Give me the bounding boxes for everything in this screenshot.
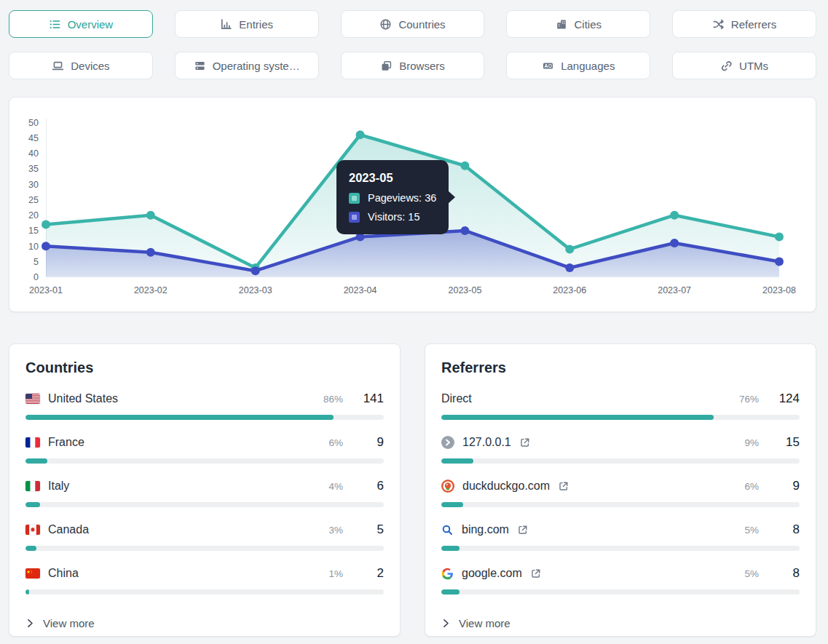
external-link-icon[interactable] <box>520 437 530 448</box>
tab-label: Devices <box>71 60 109 72</box>
tooltip-visitors-text: Visitors: 15 <box>368 211 419 223</box>
external-link-icon[interactable] <box>518 525 528 535</box>
pageviews-point <box>775 232 784 241</box>
referrers-list: Direct 76% 124 127.0.0.1 <box>441 390 800 595</box>
referrer-value: 8 <box>776 522 800 537</box>
tab-referrers[interactable]: Referrers <box>672 10 816 38</box>
stats-tab-bar: Overview Entries Countries Cities Referr <box>0 0 828 79</box>
x-tick-label: 2023-02 <box>134 285 167 295</box>
x-tick-label: 2023-07 <box>658 285 691 295</box>
tab-cities[interactable]: Cities <box>506 10 650 38</box>
visitors-point <box>146 248 155 257</box>
progress-track <box>441 502 800 507</box>
chevron-right-icon <box>443 619 449 628</box>
referrer-name: duckduckgo.com <box>462 480 550 493</box>
tab-label: Cities <box>575 18 602 31</box>
countries-list: United States 86% 141 France 6% 9 <box>25 390 384 595</box>
tab-entries[interactable]: Entries <box>175 10 319 38</box>
progress-track <box>25 546 384 551</box>
progress-track <box>25 502 384 507</box>
pageviews-swatch-icon <box>349 193 360 204</box>
referrer-row-google: google.com 5% 8 <box>441 565 800 595</box>
progress-fill <box>25 415 334 420</box>
tab-browsers[interactable]: Browsers <box>341 52 485 79</box>
referrer-value: 9 <box>776 479 800 493</box>
tab-label: Entries <box>239 18 273 31</box>
country-percent: 1% <box>328 568 352 579</box>
buildings-icon <box>556 18 568 31</box>
referrer-value: 124 <box>776 391 800 406</box>
y-tick-label: 20 <box>28 210 39 220</box>
country-name: Canada <box>48 523 89 536</box>
tab-languages[interactable]: A Languages <box>506 52 650 79</box>
x-tick-label: 2023-01 <box>29 285 63 295</box>
referrer-value: 15 <box>776 435 800 450</box>
tooltip-arrow <box>448 191 455 204</box>
visitors-point <box>775 257 784 266</box>
country-row-united-states: United States 86% 141 <box>25 390 384 420</box>
tab-label: UTMs <box>739 60 768 72</box>
external-link-icon[interactable] <box>531 568 541 579</box>
y-tick-label: 45 <box>28 133 39 143</box>
referrers-card: Referrers Direct 76% 124 127.0. <box>425 343 816 637</box>
visitors-swatch-icon <box>349 212 360 223</box>
us-flag-icon <box>25 394 40 404</box>
countries-view-more-button[interactable]: View more <box>25 613 96 634</box>
country-value: 5 <box>360 522 384 537</box>
country-value: 9 <box>360 435 384 450</box>
server-icon <box>194 60 206 72</box>
bing-icon <box>441 524 454 536</box>
country-value: 141 <box>360 391 384 406</box>
tooltip-row-visitors: Visitors: 15 <box>349 211 436 223</box>
shuffle-icon <box>712 18 725 31</box>
view-more-label: View more <box>459 617 510 629</box>
country-row-italy: Italy 4% 6 <box>25 477 384 507</box>
progress-fill <box>25 458 47 464</box>
country-name: United States <box>48 392 118 405</box>
country-percent: 4% <box>328 481 352 492</box>
visitors-point <box>42 242 50 250</box>
tab-label: Countries <box>398 18 445 31</box>
y-tick-label: 25 <box>28 195 39 205</box>
globe-icon <box>379 18 392 31</box>
x-tick-label: 2023-04 <box>344 285 377 295</box>
progress-fill <box>441 502 463 507</box>
referrer-percent: 6% <box>744 481 768 492</box>
y-tick-label: 30 <box>28 180 39 190</box>
tab-label: Referrers <box>731 18 777 31</box>
china-flag-icon <box>25 568 40 579</box>
progress-fill <box>441 546 460 551</box>
country-name: Italy <box>48 480 69 493</box>
y-tick-label: 15 <box>28 226 39 236</box>
y-tick-label: 5 <box>33 257 39 267</box>
visitors-point <box>460 226 469 235</box>
visitors-point <box>670 239 679 247</box>
progress-fill <box>441 458 473 464</box>
referrer-name: google.com <box>462 567 522 580</box>
countries-card-title: Countries <box>25 359 384 376</box>
progress-track <box>25 589 384 595</box>
country-value: 6 <box>360 479 384 493</box>
tab-operating-systems[interactable]: Operating syste… <box>175 52 319 79</box>
referrers-view-more-button[interactable]: View more <box>441 613 512 634</box>
tab-label: Browsers <box>399 60 445 72</box>
external-link-icon[interactable] <box>559 481 569 491</box>
country-row-canada: Canada 3% 5 <box>25 521 384 551</box>
analytics-dashboard: Overview Entries Countries Cities Referr <box>0 0 828 637</box>
referrer-percent: 5% <box>744 525 768 536</box>
tab-utms[interactable]: UTMs <box>672 52 816 79</box>
tab-overview[interactable]: Overview <box>9 10 153 38</box>
y-tick-label: 40 <box>28 148 39 159</box>
visitors-point <box>565 263 574 272</box>
country-value: 2 <box>360 566 384 581</box>
referrer-name: Direct <box>441 392 472 405</box>
referrer-row-direct: Direct 76% 124 <box>441 390 800 420</box>
pageviews-point <box>146 211 155 220</box>
tab-devices[interactable]: Devices <box>9 52 153 79</box>
y-tick-label: 0 <box>33 272 39 282</box>
france-flag-icon <box>25 437 40 448</box>
tab-countries[interactable]: Countries <box>341 10 485 38</box>
italy-flag-icon <box>25 481 40 491</box>
country-percent: 86% <box>323 394 352 405</box>
tooltip-pageviews-text: Pageviews: 36 <box>368 192 436 204</box>
